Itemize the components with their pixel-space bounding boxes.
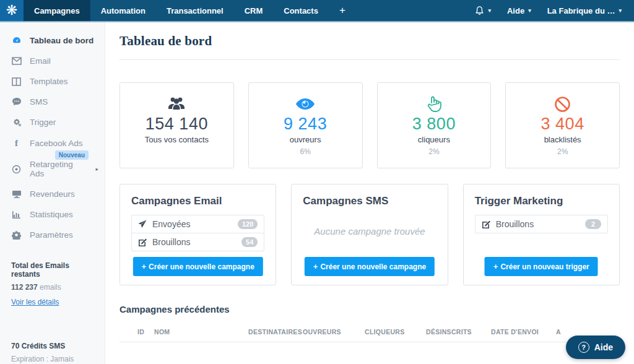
email-credits-details-link[interactable]: Voir les détails	[11, 298, 59, 306]
bar-chart-icon	[11, 210, 22, 219]
stat-card-ouvreurs[interactable]: 9 243 ouvreurs 6%	[248, 82, 363, 168]
list-item-label: Brouillons	[496, 219, 534, 229]
sidebar-item-label: SMS	[30, 97, 48, 106]
bell-icon	[475, 6, 484, 15]
stat-card-blacklistes[interactable]: 3 404 blacklistés 2%	[505, 82, 620, 168]
help-menu[interactable]: Aide ▾	[507, 6, 531, 15]
gears-icon	[11, 118, 22, 127]
trigger-marketing-card: Trigger Marketing Brouillons 2 +Créer un…	[463, 184, 620, 285]
sidebar-item-label: Facebook Ads	[30, 139, 83, 148]
list-item-label: Brouillons	[152, 237, 190, 247]
email-credits-value: 112 237 emails	[11, 283, 93, 292]
sidebar-item-parametres[interactable]: Paramètres	[0, 225, 105, 245]
email-credits-title: Total des Emails restants	[11, 261, 93, 279]
email-credits-unit: emails	[38, 283, 61, 292]
account-menu[interactable]: La Fabrique du … ▾	[547, 6, 622, 15]
app-window: ❋ Campagnes Automation Transactionnel CR…	[0, 0, 634, 364]
users-group-icon	[166, 95, 187, 113]
nav-add-button[interactable]: +	[329, 0, 356, 21]
brand-logo[interactable]: ❋	[0, 0, 24, 21]
campaigns-email-card: Campagnes Email Envoyées 120	[119, 184, 276, 285]
stat-percentage: 6%	[300, 147, 310, 156]
stat-value: 3 800	[412, 115, 456, 134]
eye-icon	[295, 95, 316, 113]
title-divider	[119, 59, 620, 60]
nav-item-campagnes[interactable]: Campagnes	[24, 0, 90, 21]
paper-plane-icon	[138, 220, 147, 228]
envelope-icon	[11, 57, 22, 65]
column-header-cliqueurs[interactable]: CLIQUEURS	[365, 328, 426, 336]
pointer-hand-icon	[426, 95, 442, 113]
list-item-label: Envoyées	[152, 219, 190, 229]
stat-card-contacts[interactable]: 154 140 Tous vos contacts	[119, 82, 234, 168]
nav-item-crm[interactable]: CRM	[234, 0, 274, 21]
list-item-envoyees[interactable]: Envoyées 120	[132, 215, 264, 233]
sidebar-item-trigger[interactable]: Trigger	[0, 112, 105, 132]
plus-icon: +	[493, 262, 498, 271]
main-nav: Campagnes Automation Transactionnel CRM …	[24, 0, 356, 21]
count-badge: 120	[238, 219, 258, 229]
column-header-truncated[interactable]: A	[556, 328, 620, 336]
sidebar-item-retargeting-ads[interactable]: Nouveau Retargeting Ads ▸	[0, 154, 105, 184]
stat-card-cliqueurs[interactable]: 3 800 cliqueurs 2%	[377, 82, 492, 168]
list-item-brouillons[interactable]: Brouillons 2	[476, 215, 607, 233]
column-header-ouvreurs[interactable]: OUVREURS	[303, 328, 365, 336]
sms-credits-expiration: Expiration : Jamais	[11, 355, 93, 363]
create-trigger-button[interactable]: +Créer un nouveau trigger	[485, 257, 598, 276]
campaign-cards-row: Campagnes Email Envoyées 120	[119, 184, 620, 285]
nav-item-transactionnel[interactable]: Transactionnel	[156, 0, 234, 21]
create-sms-campaign-button[interactable]: +Créer une nouvelle campagne	[305, 257, 435, 276]
create-email-campaign-button[interactable]: +Créer une nouvelle campagne	[132, 257, 263, 276]
blocked-circle-icon	[554, 95, 571, 113]
email-credits-block: Total des Emails restants 112 237 emails…	[0, 245, 105, 307]
nav-item-automation[interactable]: Automation	[90, 0, 156, 21]
sidebar-item-facebook-ads[interactable]: f Facebook Ads	[0, 132, 105, 154]
help-floating-button[interactable]: ? Aide	[566, 336, 625, 359]
sms-credits-block: 70 Crédits SMS Expiration : Jamais Obten…	[0, 326, 105, 364]
column-header-date-envoi[interactable]: DATE D'ENVOI	[491, 328, 556, 336]
sidebar-item-templates[interactable]: Templates	[0, 71, 105, 92]
columns-icon	[11, 77, 22, 86]
sidebar-item-label: Trigger	[30, 118, 56, 127]
draft-pencil-icon	[482, 220, 490, 228]
email-credits-number: 112 237	[11, 283, 38, 292]
stat-percentage: 2%	[428, 147, 439, 156]
target-icon	[11, 165, 22, 174]
plus-icon: +	[141, 262, 146, 271]
column-header-nom[interactable]: NOM	[154, 328, 248, 336]
page-title: Tableau de bord	[119, 33, 620, 49]
sidebar-item-label: Email	[30, 56, 51, 66]
stat-label: cliqueurs	[418, 135, 450, 144]
monitor-icon	[11, 190, 22, 198]
column-header-destinataires[interactable]: DESTINATAIRES	[248, 328, 303, 336]
sidebar-item-label: Paramètres	[30, 230, 73, 240]
chevron-right-icon: ▸	[95, 166, 98, 172]
chevron-down-icon: ▾	[488, 7, 491, 14]
previous-campaigns-title: Campagnes précédentes	[119, 304, 620, 314]
facebook-f-icon: f	[11, 138, 22, 149]
main-content: Tableau de bord 154 140 Tous vos contact…	[105, 22, 634, 364]
column-header-desinscrits[interactable]: DÉSINSCRITS	[426, 328, 491, 336]
stat-value: 3 404	[541, 115, 584, 134]
empty-state-message: Aucune campagne trouvée	[303, 226, 436, 236]
sidebar-item-revendeurs[interactable]: Revendeurs	[0, 184, 105, 204]
question-circle-icon: ?	[578, 342, 589, 353]
navbar-right: ▾ Aide ▾ La Fabrique du … ▾	[475, 0, 634, 21]
stat-label: ouvreurs	[290, 135, 321, 144]
sidebar-item-statistiques[interactable]: Statistiques	[0, 204, 105, 225]
sidebar-item-label: Tableau de bord	[30, 36, 93, 45]
top-navbar: ❋ Campagnes Automation Transactionnel CR…	[0, 0, 634, 22]
chevron-down-icon: ▾	[619, 7, 622, 14]
sendinblue-pinwheel-icon: ❋	[6, 4, 17, 17]
nav-item-contacts[interactable]: Contacts	[273, 0, 329, 21]
column-header-id[interactable]: ID	[119, 328, 154, 336]
stat-label: Tous vos contacts	[145, 135, 209, 144]
notifications-menu[interactable]: ▾	[475, 6, 491, 15]
trigger-list: Brouillons 2	[475, 215, 608, 233]
sidebar-item-email[interactable]: Email	[0, 51, 105, 71]
list-item-brouillons[interactable]: Brouillons 54	[132, 233, 264, 251]
card-title: Campagnes Email	[131, 195, 264, 207]
sidebar-item-sms[interactable]: SMS	[0, 92, 105, 112]
sidebar-item-tableau-de-bord[interactable]: Tableau de bord	[0, 30, 105, 51]
gear-icon	[11, 230, 22, 240]
